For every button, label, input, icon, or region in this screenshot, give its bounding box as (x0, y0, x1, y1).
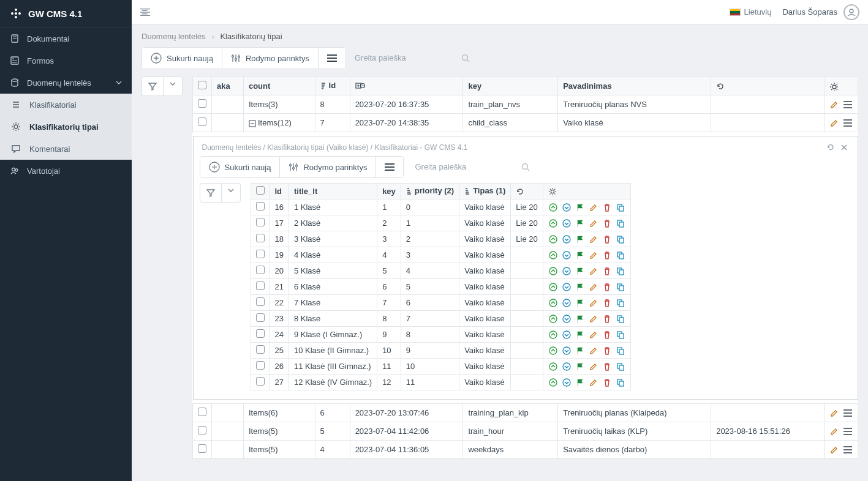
refresh-icon[interactable] (826, 143, 836, 152)
sidebar-subitem-0[interactable]: Klasifikatoriai (0, 94, 132, 116)
edit-icon[interactable] (589, 250, 598, 260)
sidebar-item-1[interactable]: Formos (0, 50, 132, 72)
flag-icon[interactable] (575, 330, 585, 340)
delete-icon[interactable] (602, 330, 612, 340)
sidebar-item-2[interactable]: Duomenų lentelės (0, 72, 132, 94)
edit-icon[interactable] (589, 346, 598, 356)
move-up-icon[interactable] (548, 330, 558, 340)
delete-icon[interactable] (602, 346, 612, 356)
table-row[interactable]: 183 Klasė32Vaiko klasėLie 20 (251, 231, 630, 247)
flag-icon[interactable] (575, 266, 585, 276)
edit-icon[interactable] (829, 427, 839, 436)
move-down-icon[interactable] (562, 234, 572, 244)
copy-icon[interactable] (616, 266, 625, 276)
row-checkbox[interactable] (256, 234, 265, 242)
edit-icon[interactable] (589, 378, 598, 387)
flag-icon[interactable] (575, 282, 585, 292)
move-up-icon[interactable] (548, 282, 558, 292)
search-icon[interactable] (521, 163, 530, 171)
move-up-icon[interactable] (548, 234, 558, 244)
delete-icon[interactable] (602, 234, 612, 244)
menu-icon[interactable] (843, 408, 853, 418)
flag-icon[interactable] (575, 378, 585, 387)
move-down-icon[interactable] (562, 298, 572, 308)
table-row[interactable]: 249 Klasė (I Gimnaz.)98Vaiko klasė (251, 327, 630, 343)
close-icon[interactable] (839, 143, 849, 152)
table-row[interactable]: 194 Klasė43Vaiko klasė (251, 247, 630, 263)
col-checkbox[interactable] (193, 77, 212, 95)
display-options-button[interactable]: Rodymo parinktys (222, 48, 319, 69)
nested-search-input[interactable] (412, 157, 535, 176)
col-key[interactable]: key (463, 77, 558, 95)
delete-icon[interactable] (602, 298, 612, 308)
col-id[interactable]: Id (270, 184, 289, 199)
row-checkbox[interactable] (256, 218, 265, 226)
sidebar-subitem-2[interactable]: Komentarai (0, 138, 132, 160)
search-box[interactable] (352, 47, 475, 69)
table-row[interactable]: 2510 Klasė (II Gimnaz.)109Vaiko klasė (251, 343, 630, 359)
edit-icon[interactable] (589, 266, 598, 276)
menu-toggle-icon[interactable] (140, 7, 150, 17)
menu-icon[interactable] (843, 445, 853, 455)
col-title[interactable]: title_lt (289, 184, 377, 199)
table-row[interactable]: Items(6)62023-07-20 13:07:46training_pla… (193, 404, 858, 422)
nested-search[interactable] (412, 156, 535, 178)
table-row[interactable]: 227 Klasė76Vaiko klasė (251, 295, 630, 311)
copy-icon[interactable] (616, 346, 625, 356)
move-down-icon[interactable] (562, 378, 572, 387)
edit-icon[interactable] (589, 218, 598, 228)
table-row[interactable]: Items(3)82023-07-20 16:37:35train_plan_n… (193, 95, 858, 114)
delete-icon[interactable] (602, 218, 612, 228)
row-checkbox[interactable] (256, 202, 265, 211)
flag-icon[interactable] (575, 234, 585, 244)
filter-button[interactable] (142, 77, 164, 95)
col-updated[interactable] (711, 77, 825, 95)
breadcrumb-parent[interactable]: Duomenų lentelės (142, 32, 206, 41)
user-menu[interactable]: Darius Šoparas (782, 4, 859, 20)
move-down-icon[interactable] (562, 362, 572, 371)
col-key[interactable]: key (377, 184, 401, 199)
menu-icon[interactable] (843, 100, 853, 110)
row-checkbox[interactable] (256, 313, 265, 322)
move-up-icon[interactable] (548, 203, 558, 212)
move-down-icon[interactable] (562, 266, 572, 276)
edit-icon[interactable] (589, 234, 598, 244)
sidebar-subitem-1[interactable]: Klasifikatorių tipai (0, 116, 132, 138)
move-down-icon[interactable] (562, 282, 572, 292)
edit-icon[interactable] (829, 100, 839, 110)
nested-create-button[interactable]: Sukurti naują (200, 157, 281, 177)
edit-icon[interactable] (589, 314, 598, 324)
table-row[interactable]: Items(5)42023-07-04 11:36:05weekdaysSava… (193, 441, 858, 459)
nested-display-button[interactable]: Rodymo parinktys (280, 157, 376, 177)
delete-icon[interactable] (602, 282, 612, 292)
move-up-icon[interactable] (548, 266, 558, 276)
move-up-icon[interactable] (548, 218, 558, 228)
row-checkbox[interactable] (198, 408, 206, 416)
col-tipas[interactable]: Tipas (1) (459, 184, 511, 199)
row-checkbox[interactable] (256, 345, 265, 354)
col-id[interactable]: Id (315, 77, 350, 95)
row-checkbox[interactable] (256, 377, 265, 386)
table-row[interactable]: Items(12)72023-07-20 14:38:35child_class… (193, 114, 858, 132)
row-checkbox[interactable] (256, 361, 265, 370)
move-up-icon[interactable] (548, 346, 558, 356)
flag-icon[interactable] (575, 346, 585, 356)
row-checkbox[interactable] (256, 297, 265, 306)
copy-icon[interactable] (616, 330, 625, 340)
move-down-icon[interactable] (562, 314, 572, 324)
table-row[interactable]: Items(5)52023-07-04 11:42:06train_hourTr… (193, 422, 858, 441)
row-checkbox[interactable] (198, 117, 206, 126)
col-created[interactable] (350, 77, 463, 95)
sidebar-item-0[interactable]: Dokumentai (0, 28, 132, 50)
move-up-icon[interactable] (548, 298, 558, 308)
move-up-icon[interactable] (548, 362, 558, 371)
delete-icon[interactable] (602, 378, 612, 387)
filter-button[interactable] (200, 184, 222, 202)
flag-icon[interactable] (575, 314, 585, 324)
move-down-icon[interactable] (562, 330, 572, 340)
collapse-icon[interactable] (249, 120, 256, 127)
table-row[interactable]: 161 Klasė10Vaiko klasėLie 20 (251, 199, 630, 215)
copy-icon[interactable] (616, 234, 625, 244)
copy-icon[interactable] (616, 203, 625, 212)
delete-icon[interactable] (602, 266, 612, 276)
